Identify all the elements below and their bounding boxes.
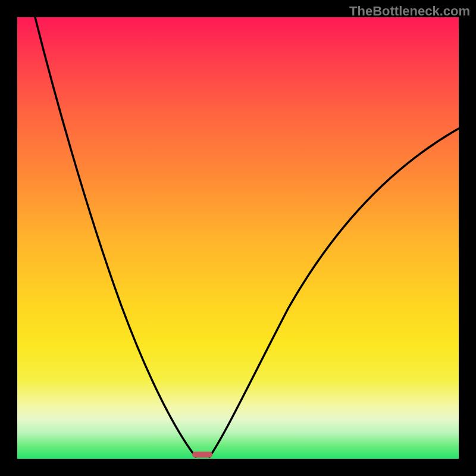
left-curve [35, 17, 196, 457]
watermark-label: TheBottleneck.com [349, 4, 470, 19]
plot-area [17, 17, 459, 459]
bottleneck-marker [192, 452, 212, 458]
right-curve [209, 129, 459, 457]
curves-svg [17, 17, 459, 459]
